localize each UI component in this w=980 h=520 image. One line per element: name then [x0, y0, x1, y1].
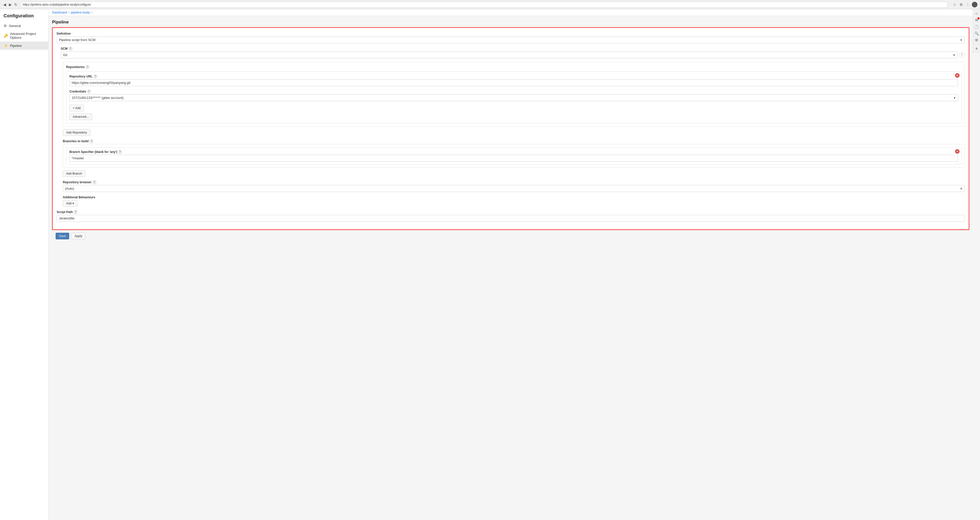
- main-content: Dashboard > pipeline-study > Pipeline De…: [48, 9, 973, 520]
- pipeline-section-title: Pipeline: [52, 20, 969, 25]
- credentials-select[interactable]: 15721491133/****** (gitee account): [69, 94, 958, 101]
- branch-specifier-help-icon[interactable]: ?: [118, 150, 122, 154]
- sidebar-mail-button[interactable]: ✉: [974, 17, 980, 23]
- url-text: https://jenkins.ialso.cn/job/pipeline-st…: [23, 3, 91, 6]
- sidebar-item-label-pipeline: Pipeline: [10, 44, 22, 48]
- scm-select[interactable]: GitNone: [61, 51, 958, 59]
- config-title: Configuration: [0, 9, 48, 22]
- sidebar-history-button[interactable]: 🕐: [974, 24, 980, 30]
- repositories-group: Repositories ? ✕ Repository URL ?: [57, 62, 965, 136]
- more-options-button[interactable]: ⋮: [965, 2, 970, 7]
- repository-url-input[interactable]: [69, 79, 958, 86]
- browser-controls: ◀ ▶ ↻: [3, 3, 18, 6]
- add-credentials-button[interactable]: + Add: [69, 105, 84, 111]
- credentials-select-wrapper: 15721491133/****** (gitee account) ▼: [69, 94, 958, 101]
- script-path-input[interactable]: [57, 215, 965, 222]
- bottom-bar: Save Apply: [52, 230, 969, 242]
- scm-select-wrapper: GitNone ▼: [61, 51, 958, 59]
- remove-repository-button[interactable]: ✕: [955, 73, 959, 78]
- breadcrumb-sep-2: >: [91, 11, 93, 14]
- breadcrumb-sep-1: >: [68, 11, 70, 14]
- save-button[interactable]: Save: [56, 233, 69, 239]
- sidebar-item-label-advanced: Advanced Project Options: [10, 32, 45, 40]
- repositories-header: Repositories ?: [66, 65, 961, 69]
- reload-button[interactable]: ↻: [14, 3, 18, 6]
- add-branch-row: Add Branch: [63, 170, 965, 177]
- forward-button[interactable]: ▶: [8, 3, 12, 6]
- advanced-row: Advanced...: [69, 113, 958, 120]
- breadcrumb-pipeline-study[interactable]: pipeline-study: [71, 11, 90, 14]
- scm-group: SCM ? GitNone ▼ ?: [57, 47, 965, 59]
- scm-help-icon[interactable]: ?: [68, 47, 72, 51]
- branch-specifier-box: ✕ Branch Specifier (blank for 'any') ?: [66, 147, 961, 165]
- breadcrumb-dashboard[interactable]: Dashboard: [52, 11, 67, 14]
- breadcrumb: Dashboard > pipeline-study >: [48, 9, 973, 16]
- sidebar-settings-button[interactable]: ⚙: [974, 37, 980, 43]
- repo-url-group: Repository URL ?: [69, 75, 958, 86]
- repo-url-help-icon[interactable]: ?: [94, 75, 97, 78]
- sidebar-item-general[interactable]: ⚙ General: [0, 22, 48, 30]
- credentials-help-icon[interactable]: ?: [87, 90, 91, 93]
- definition-group: Definition Pipeline script from SCMPipel…: [57, 32, 965, 43]
- add-repository-row: Add Repository: [63, 129, 965, 136]
- definition-label: Definition: [57, 32, 965, 35]
- credentials-group: Credentials ? 15721491133/****** (gitee …: [69, 90, 958, 101]
- repo-url-label: Repository URL ?: [69, 75, 958, 78]
- key-icon: 🔑: [3, 34, 8, 38]
- sidebar-search-button[interactable]: 🔍: [974, 30, 980, 36]
- bookmark-star-button[interactable]: ☆: [952, 2, 957, 7]
- mail-badge: [977, 17, 980, 19]
- repo-browser-help-icon[interactable]: ?: [93, 181, 96, 184]
- branches-group: Branches to build ? ✕ Branch Specifier (…: [57, 140, 965, 177]
- repo-browser-label: Repository browser ?: [63, 181, 965, 184]
- credentials-row: 15721491133/****** (gitee account) ▼: [69, 94, 958, 101]
- repositories-box: Repositories ? ✕ Repository URL ?: [63, 62, 965, 127]
- apply-button[interactable]: Apply: [71, 233, 86, 239]
- additional-behaviours-label: Additional Behaviours: [63, 195, 965, 199]
- branch-specifier-input[interactable]: [69, 155, 958, 162]
- repo-browser-select-wrapper: (Auto) ▼: [63, 185, 965, 192]
- sidebar-add-button[interactable]: +: [974, 46, 980, 51]
- add-behaviour-button[interactable]: Add ▾: [63, 200, 77, 207]
- browser-ext-button[interactable]: ⚙: [959, 2, 964, 7]
- pipeline-icon: ⚡: [3, 44, 8, 48]
- script-path-help-icon[interactable]: ?: [74, 210, 77, 214]
- branch-specifier-label: Branch Specifier (blank for 'any') ?: [69, 150, 958, 154]
- script-path-group: Script Path ?: [57, 210, 965, 222]
- definition-select[interactable]: Pipeline script from SCMPipeline script: [57, 36, 965, 43]
- add-repository-button[interactable]: Add Repository: [63, 129, 90, 136]
- left-sidebar: Configuration ⚙ General 🔑 Advanced Proje…: [0, 9, 48, 520]
- right-sidebar: ☆ ✉ 🕐 🔍 ⚙ +: [973, 9, 980, 53]
- user-avatar-button[interactable]: [972, 2, 977, 7]
- branches-label: Branches to build ?: [63, 140, 965, 143]
- repo-browser-group: Repository browser ? (Auto) ▼: [57, 181, 965, 192]
- definition-select-wrapper: Pipeline script from SCMPipeline script …: [57, 36, 965, 43]
- sidebar-item-advanced-project-options[interactable]: 🔑 Advanced Project Options: [0, 30, 48, 41]
- repo-browser-select[interactable]: (Auto): [63, 185, 965, 192]
- back-button[interactable]: ◀: [3, 3, 6, 6]
- gear-icon: ⚙: [3, 24, 7, 28]
- scm-help-button[interactable]: ?: [959, 52, 965, 58]
- add-behaviour-dropdown-icon: ▾: [73, 201, 74, 205]
- repositories-help-icon[interactable]: ?: [86, 65, 89, 69]
- content-wrapper: Pipeline Definition Pipeline script from…: [48, 16, 973, 246]
- advanced-button[interactable]: Advanced...: [69, 113, 92, 120]
- scm-row: GitNone ▼ ?: [61, 51, 965, 59]
- script-path-label: Script Path ?: [57, 210, 965, 214]
- browser-chrome: ◀ ▶ ↻ https://jenkins.ialso.cn/job/pipel…: [0, 0, 980, 9]
- browser-actions: ☆ ⚙ ⋮: [952, 2, 977, 7]
- additional-behaviours-group: Additional Behaviours Add ▾: [57, 195, 965, 207]
- add-credentials-row: + Add: [69, 105, 958, 111]
- sidebar-item-label-general: General: [9, 24, 21, 28]
- app-container: Configuration ⚙ General 🔑 Advanced Proje…: [0, 9, 973, 520]
- sidebar-item-pipeline[interactable]: ⚡ Pipeline: [0, 41, 48, 50]
- add-branch-button[interactable]: Add Branch: [63, 170, 86, 177]
- branches-box: ✕ Branch Specifier (blank for 'any') ?: [63, 144, 965, 168]
- sidebar-bookmark-button[interactable]: ☆: [974, 11, 980, 16]
- credentials-label: Credentials ?: [69, 90, 958, 93]
- address-bar[interactable]: https://jenkins.ialso.cn/job/pipeline-st…: [20, 2, 948, 8]
- branches-help-icon[interactable]: ?: [89, 140, 93, 143]
- repository-url-box: ✕ Repository URL ?: [66, 71, 961, 124]
- scm-label: SCM ?: [61, 47, 965, 51]
- remove-branch-button[interactable]: ✕: [955, 149, 959, 154]
